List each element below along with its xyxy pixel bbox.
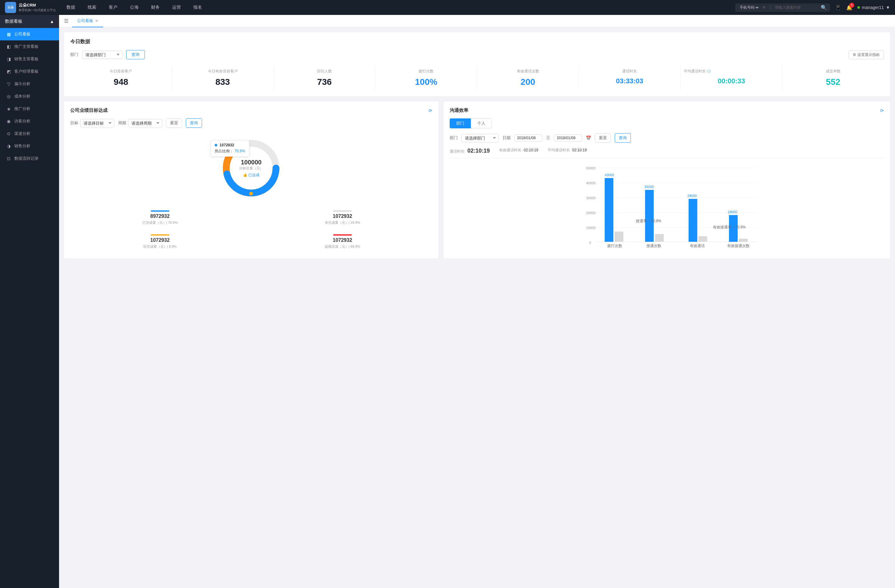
sidebar-item-label: 漏斗分析 [14, 81, 30, 87]
sidebar-item-label: 公司看板 [14, 31, 30, 37]
bar-valid-call-grey [698, 236, 707, 242]
user-dropdown-icon: ▼ [886, 5, 890, 10]
search-box: 手机号码 ▼ | 🔍 [735, 3, 830, 12]
sidebar-item-label: 客户经理看板 [14, 69, 38, 74]
bar-connect-count-grey [655, 234, 663, 242]
svg-text:拨打次数: 拨打次数 [607, 244, 622, 248]
sidebar-item-promo-manager[interactable]: ◧ 推广主管看板 [0, 40, 59, 53]
comm-stat-label-2: 平均通话时长 [548, 148, 570, 152]
channel-icon: ⊙ [6, 131, 11, 136]
calendar-icon[interactable]: 📅 [586, 135, 591, 141]
nav-menu: 数据 线索 客户 公海 财务 运营 报名 [64, 3, 735, 12]
search-type-select[interactable]: 手机号码 [738, 5, 760, 10]
user-status-dot [857, 6, 860, 9]
sidebar-section-title: 数据看板 [5, 19, 23, 24]
tab-close-icon[interactable]: ✕ [95, 19, 98, 23]
date-end-input[interactable] [554, 134, 582, 142]
comm-stat-value-1: 02:10:19 [523, 148, 538, 152]
nav-public-sea[interactable]: 公海 [127, 3, 141, 12]
donut-center-label: 目标总量（元） [239, 166, 263, 171]
sidebar-item-cost-analysis[interactable]: ◎ 成本分析 [0, 90, 59, 103]
nav-data[interactable]: 数据 [64, 3, 78, 12]
comm-refresh-icon[interactable]: ⟳ [880, 108, 884, 113]
comm-dept-select[interactable]: 请选择部门 [461, 134, 499, 142]
tab-dept-button[interactable]: 部门 [450, 118, 471, 128]
sidebar-item-promo-analysis[interactable]: ◈ 推广分析 [0, 103, 59, 115]
metric-value-6: 00:00:33 [684, 77, 779, 85]
target-select[interactable]: 请选择目标 [80, 119, 114, 127]
user-info[interactable]: manager11 ▼ [857, 5, 890, 10]
svg-text:29000: 29000 [687, 194, 697, 198]
stat-bar-over [333, 234, 352, 236]
sidebar-collapse-icon[interactable]: ▲ [50, 19, 54, 24]
notification-button[interactable]: 🔔 5 [846, 5, 853, 11]
tablet-icon[interactable]: 📱 [835, 5, 841, 11]
svg-text:18000: 18000 [728, 210, 737, 214]
sidebar-toggle-icon[interactable]: ☰ [64, 18, 68, 24]
bar-chart-area: 50000 40000 30000 20000 10000 0 [450, 163, 884, 244]
stat-label-should: 应完成量（元）| 8.9% [73, 244, 246, 249]
comm-stat-label-0: 通话时长 [450, 149, 464, 153]
metric-value-3: 100% [379, 77, 473, 87]
metric-value-7: 552 [786, 77, 881, 87]
notification-badge: 5 [849, 3, 854, 8]
target-filter-item: 目标 请选择目标 [70, 119, 114, 127]
nav-operations[interactable]: 运营 [170, 3, 184, 12]
nav-finance[interactable]: 财务 [149, 3, 162, 12]
period-label: 周期 [118, 120, 126, 126]
comm-dept-label: 部门 [450, 135, 458, 141]
svg-text:有效接通率：70.9%: 有效接通率：70.9% [713, 225, 746, 229]
search-icon[interactable]: 🔍 [821, 5, 827, 11]
tab-label: 公司看板 [77, 18, 93, 24]
stat-bar-completed [151, 211, 169, 212]
comm-reset-button[interactable]: 重置 [595, 133, 611, 142]
comm-query-button[interactable]: 查询 [615, 133, 631, 142]
chart-tooltip: 1072932 所占比例： 70.9% [211, 140, 249, 157]
sidebar-item-funnel-analysis[interactable]: ▽ 漏斗分析 [0, 78, 59, 90]
sidebar-item-customer-manager[interactable]: ◩ 客户经理看板 [0, 65, 59, 78]
data-flow-icon: ⊡ [6, 156, 11, 161]
main-layout: 数据看板 ▲ ▦ 公司看板 ◧ 推广主管看板 ◨ 销售主管看板 ◩ 客户经理看板… [0, 15, 895, 588]
sidebar-item-channel-analysis[interactable]: ⊙ 渠道分析 [0, 127, 59, 140]
sidebar-item-label: 推广主管看板 [14, 44, 38, 49]
svg-text:有效接通次数: 有效接通次数 [727, 244, 749, 248]
sidebar-item-sales-analysis[interactable]: ◑ 销售分析 [0, 140, 59, 152]
business-query-button[interactable]: 查询 [186, 118, 202, 128]
sidebar-item-label: 推广分析 [14, 106, 30, 112]
tooltip-value: 1072932 [215, 143, 245, 147]
nav-signup[interactable]: 报名 [191, 3, 205, 12]
sidebar-item-data-flow[interactable]: ⊡ 数据流转记录 [0, 152, 59, 165]
company-board-icon: ▦ [6, 32, 11, 37]
settings-display-button[interactable]: ⚙ 设置显示指标 [849, 50, 884, 59]
sidebar-section-header[interactable]: 数据看板 ▲ [0, 15, 59, 28]
refresh-icon[interactable]: ⟳ [429, 108, 432, 113]
period-select[interactable]: 请选择周期 [128, 119, 162, 127]
comm-stats: 通话时长 02:10:19 有效通话时长 02:10:19 平均通话时长 02:… [450, 148, 884, 158]
metric-label-3: 拨打次数 [379, 69, 473, 74]
sidebar-item-visitor-analysis[interactable]: ◉ 访客分析 [0, 115, 59, 127]
date-start-input[interactable] [514, 134, 542, 142]
today-query-button[interactable]: 查询 [126, 50, 145, 59]
bar-dial-count-blue [604, 178, 613, 242]
customer-manager-icon: ◩ [6, 69, 11, 74]
tab-company-board[interactable]: 公司看板 ✕ [72, 15, 103, 27]
metrics-row: 今日首咨客户 948 今日有效首咨客户 833 回访人数 736 拨打次数 10… [70, 65, 884, 90]
metric-value-0: 948 [73, 77, 168, 87]
tooltip-pct: 所占比例： 70.9% [215, 149, 245, 154]
search-input[interactable] [775, 5, 818, 10]
svg-text:20000: 20000 [586, 211, 595, 215]
period-filter-item: 周期 请选择周期 [118, 119, 162, 127]
tab-person-button[interactable]: 个人 [471, 118, 492, 128]
sidebar-item-company-board[interactable]: ▦ 公司看板 [0, 28, 59, 40]
dept-select[interactable]: 请选择部门 [82, 51, 123, 59]
sidebar-item-sales-manager[interactable]: ◨ 销售主管看板 [0, 53, 59, 65]
logo: 云朵 云朵CRM 教育机构一站式服务云平台 [5, 2, 64, 13]
metric-label-2: 回访人数 [277, 69, 372, 74]
comm-date-label: 日期 [502, 135, 511, 141]
stat-value-completed: 8972932 [73, 214, 246, 219]
business-reset-button[interactable]: 重置 [166, 118, 182, 128]
nav-leads[interactable]: 线索 [85, 3, 99, 12]
nav-customers[interactable]: 客户 [106, 3, 120, 12]
bar-valid-call-blue [688, 199, 697, 242]
donut-center-badge: 👍 已达成 [239, 173, 263, 178]
